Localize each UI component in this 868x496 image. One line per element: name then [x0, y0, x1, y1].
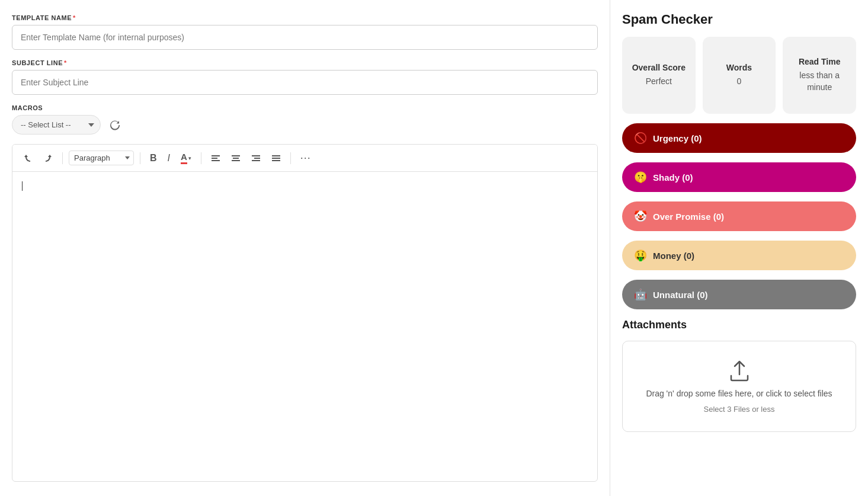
svg-rect-3: [232, 155, 240, 156]
svg-rect-0: [212, 155, 220, 156]
subject-line-section: SUBJECT LINE*: [12, 59, 598, 95]
spam-checker-title: Spam Checker: [622, 12, 856, 27]
align-center-button[interactable]: [228, 151, 244, 165]
urgency-emoji: 🚫: [634, 132, 647, 145]
macros-row: -- Select List --: [12, 115, 598, 135]
overall-score-value: Perfect: [646, 76, 672, 88]
svg-rect-10: [272, 158, 280, 159]
svg-rect-5: [232, 160, 240, 161]
editor-container: Paragraph Heading 1 Heading 2 Heading 3 …: [12, 144, 598, 482]
toolbar-sep-3: [201, 152, 201, 164]
toolbar-sep-2: [140, 152, 140, 164]
refresh-button[interactable]: [107, 117, 123, 133]
unnatural-emoji: 🤖: [634, 288, 647, 301]
align-left-icon: [211, 153, 220, 163]
read-time-card: Read Time less than a minute: [783, 37, 856, 114]
required-star-2: *: [64, 59, 67, 66]
template-name-section: TEMPLATE NAME*: [12, 14, 598, 50]
over-promise-category-bar[interactable]: 🤡 Over Promise (0): [622, 201, 856, 231]
urgency-category-bar[interactable]: 🚫 Urgency (0): [622, 123, 856, 153]
shady-emoji: 🤫: [634, 171, 647, 184]
italic-button[interactable]: I: [164, 151, 174, 166]
more-options-button[interactable]: ···: [297, 149, 315, 167]
text-color-button[interactable]: A ▾: [177, 149, 195, 167]
text-color-label: A: [181, 152, 187, 164]
unnatural-label: Unnatural (0): [653, 290, 708, 300]
macros-section: MACROS -- Select List --: [12, 104, 598, 135]
attachments-section: Attachments: [622, 319, 856, 331]
refresh-icon: [110, 120, 120, 130]
svg-rect-9: [272, 155, 280, 156]
file-drop-zone[interactable]: Drag 'n' drop some files here, or click …: [622, 341, 856, 432]
right-panel: Spam Checker Overall Score Perfect Words…: [610, 0, 868, 496]
money-emoji: 🤑: [634, 249, 647, 262]
svg-rect-4: [233, 158, 239, 159]
svg-rect-7: [254, 158, 260, 159]
editor-content-area[interactable]: [12, 172, 597, 481]
score-cards-row: Overall Score Perfect Words 0 Read Time …: [622, 37, 856, 114]
align-justify-icon: [271, 153, 281, 163]
redo-button[interactable]: [40, 151, 56, 165]
drop-text: Drag 'n' drop some files here, or click …: [646, 388, 832, 400]
toolbar-sep-1: [62, 152, 63, 164]
align-justify-button[interactable]: [268, 151, 284, 165]
template-name-label: TEMPLATE NAME*: [12, 14, 598, 21]
align-right-icon: [251, 153, 261, 163]
unnatural-category-bar[interactable]: 🤖 Unnatural (0): [622, 280, 856, 309]
bold-button[interactable]: B: [146, 151, 161, 166]
align-right-button[interactable]: [248, 151, 264, 165]
words-card: Words 0: [703, 37, 776, 114]
editor-toolbar: Paragraph Heading 1 Heading 2 Heading 3 …: [12, 145, 597, 172]
align-left-button[interactable]: [207, 151, 224, 165]
shady-category-bar[interactable]: 🤫 Shady (0): [622, 162, 856, 192]
subject-line-input[interactable]: [12, 70, 598, 95]
read-time-value: less than a minute: [790, 70, 849, 93]
attachments-title: Attachments: [622, 319, 856, 331]
read-time-label: Read Time: [799, 57, 841, 66]
overall-score-card: Overall Score Perfect: [622, 37, 696, 114]
chevron-down-icon: ▾: [188, 155, 191, 161]
svg-rect-1: [212, 158, 217, 159]
undo-icon: [23, 153, 33, 163]
paragraph-format-select[interactable]: Paragraph Heading 1 Heading 2 Heading 3: [69, 151, 134, 165]
toolbar-sep-4: [290, 152, 291, 164]
align-center-icon: [231, 153, 241, 163]
more-label: ···: [300, 152, 311, 164]
over-promise-label: Over Promise (0): [653, 212, 724, 222]
macros-label: MACROS: [12, 104, 598, 111]
overall-score-label: Overall Score: [632, 63, 686, 72]
select-list-dropdown[interactable]: -- Select List --: [12, 115, 101, 135]
text-cursor: [22, 181, 23, 191]
svg-rect-8: [252, 160, 260, 161]
money-label: Money (0): [653, 251, 694, 261]
upload-icon: [728, 359, 751, 383]
required-star: *: [73, 14, 76, 21]
svg-rect-6: [252, 155, 260, 156]
over-promise-emoji: 🤡: [634, 210, 647, 223]
undo-button[interactable]: [20, 151, 36, 165]
subject-line-label: SUBJECT LINE*: [12, 59, 598, 66]
template-name-input[interactable]: [12, 25, 598, 50]
drop-limit: Select 3 Files or less: [704, 405, 775, 414]
money-category-bar[interactable]: 🤑 Money (0): [622, 241, 856, 270]
redo-icon: [43, 153, 53, 163]
left-panel: TEMPLATE NAME* SUBJECT LINE* MACROS -- S…: [0, 0, 610, 496]
urgency-label: Urgency (0): [653, 133, 702, 143]
shady-label: Shady (0): [653, 172, 693, 183]
words-label: Words: [726, 63, 752, 72]
svg-rect-11: [272, 160, 280, 161]
svg-rect-2: [212, 160, 220, 161]
words-value: 0: [737, 76, 742, 88]
